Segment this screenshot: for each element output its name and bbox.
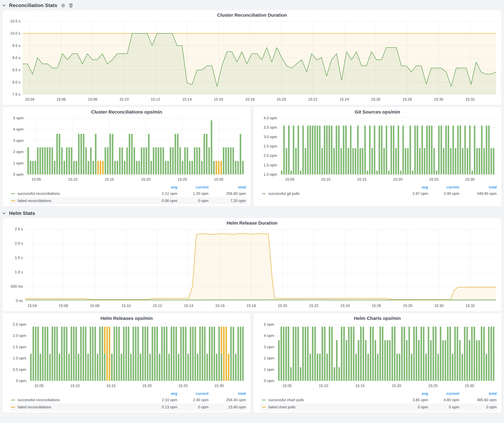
legend-series-swatch [262, 400, 266, 400]
cluster-reconciliations-chart[interactable]: 15:0515:1015:1515:2015:2515:300 opm1 opm… [5, 116, 248, 183]
svg-text:15:10: 15:10 [70, 384, 80, 388]
panel-title[interactable]: Cluster Reconciliations ops/min [5, 108, 248, 116]
panel-title[interactable]: Git Sources ops/min [256, 108, 499, 116]
legend-value: 3.85 opm [397, 398, 428, 402]
legend-sort-total[interactable]: total [459, 185, 497, 189]
legend-sort-current[interactable]: current [177, 391, 209, 396]
svg-text:4 opm: 4 opm [13, 127, 24, 131]
svg-text:9.5 s: 9.5 s [12, 43, 20, 48]
svg-text:15:20: 15:20 [141, 177, 150, 182]
legend-series-label[interactable]: failed chart pulls [268, 405, 397, 409]
svg-text:2.0 s: 2.0 s [15, 241, 23, 246]
svg-text:1 opm: 1 opm [13, 161, 24, 165]
legend-value: 2.87 opm [397, 191, 428, 196]
legend-sort-current[interactable]: current [428, 185, 459, 189]
section-header-helm-stats[interactable]: Helm Stats [0, 209, 504, 218]
helm-charts-chart[interactable]: 15:0515:1015:1515:2015:2515:300 opm1 opm… [256, 322, 498, 389]
dashboard-page: Reconciliation Stats [0, 0, 504, 423]
legend-series-swatch [262, 193, 266, 194]
legend-series-label[interactable]: successful git pulls [268, 191, 397, 196]
legend-sort-current[interactable]: current [177, 185, 209, 189]
section-title[interactable]: Helm Stats [9, 210, 35, 216]
legend-header: avgcurrenttotal [261, 184, 498, 190]
svg-text:15:14: 15:14 [182, 97, 192, 101]
svg-text:15:25: 15:25 [178, 177, 187, 182]
legend-sort-avg[interactable]: avg [146, 185, 177, 189]
legend-series-label[interactable]: successful reconciliations [18, 398, 146, 402]
legend-series-swatch [11, 407, 15, 408]
legend-value: 0.06 opm [146, 199, 177, 203]
git-sources-chart[interactable]: 15:0515:1015:1515:2015:2515:301.0 opm1.5… [256, 116, 498, 183]
helm-release-duration-chart[interactable]: 15:0415:0615:0815:1015:1215:1415:1615:18… [5, 227, 498, 309]
legend-value: 254.40 opm [209, 398, 246, 402]
legend-sort-current[interactable]: current [428, 391, 459, 396]
legend-sort-avg[interactable]: avg [146, 391, 177, 396]
svg-text:15:06: 15:06 [56, 97, 66, 101]
legend-value: 0 opm [459, 405, 497, 409]
legend-series-label[interactable]: failed reconciliations [18, 199, 146, 203]
svg-text:0 opm: 0 opm [264, 379, 274, 383]
svg-text:15:10: 15:10 [119, 97, 129, 101]
svg-text:15:25: 15:25 [429, 177, 438, 182]
svg-text:3 opm: 3 opm [264, 345, 274, 349]
svg-text:1.0 opm: 1.0 opm [264, 172, 277, 176]
svg-text:4 opm: 4 opm [264, 334, 274, 338]
legend-row: failed reconciliations0.06 opm0 opm7.20 … [10, 197, 247, 204]
section-title[interactable]: Reconciliation Stats [9, 2, 57, 8]
svg-text:15:30: 15:30 [465, 177, 474, 182]
legend-value: 256.80 opm [209, 191, 246, 196]
svg-text:1.5 opm: 1.5 opm [13, 345, 26, 349]
svg-text:2.0 opm: 2.0 opm [264, 153, 277, 158]
panel-title[interactable]: Helm Releases ops/min [5, 315, 248, 322]
svg-text:1 opm: 1 opm [264, 367, 274, 372]
legend-value: 0.13 opm [146, 405, 177, 409]
svg-text:15:20: 15:20 [393, 177, 402, 182]
panel-title[interactable]: Helm Release Duration [5, 219, 499, 227]
svg-text:2 opm: 2 opm [264, 356, 274, 360]
svg-text:15:04: 15:04 [25, 97, 34, 101]
row-helm-ops: Helm Releases ops/min 15:0515:1015:1515:… [0, 313, 504, 413]
svg-text:15:10: 15:10 [319, 384, 328, 388]
legend-sort-total[interactable]: total [209, 391, 246, 396]
legend-series-swatch [262, 407, 266, 408]
legend-sort-avg[interactable]: avg [397, 185, 428, 189]
chevron-down-icon[interactable] [2, 4, 6, 6]
row-reconciliations: Cluster Reconciliations ops/min 15:0515:… [0, 107, 504, 206]
svg-text:15:12: 15:12 [151, 97, 160, 101]
svg-text:9.0 s: 9.0 s [12, 56, 20, 60]
legend-series-swatch [11, 200, 15, 201]
chevron-down-icon[interactable] [2, 212, 6, 214]
trash-icon[interactable] [69, 3, 73, 8]
svg-text:15:05: 15:05 [32, 177, 41, 182]
row-helm-duration: Helm Release Duration 15:0415:0615:0815:… [0, 218, 504, 311]
legend: avgcurrenttotalsuccessful chart pulls3.8… [256, 390, 499, 411]
panel-title[interactable]: Helm Charts ops/min [256, 315, 499, 322]
gear-icon[interactable] [61, 3, 66, 8]
svg-text:15:10: 15:10 [321, 177, 330, 182]
legend-row: failed reconciliations0.13 opm0 opm15.60… [10, 404, 247, 411]
legend-header: avgcurrenttotal [261, 391, 498, 396]
legend: avgcurrenttotalsuccessful git pulls2.87 … [256, 183, 499, 198]
legend-sort-total[interactable]: total [459, 391, 497, 396]
svg-text:15:20: 15:20 [277, 97, 286, 101]
svg-text:15:22: 15:22 [308, 97, 318, 101]
section-header-reconciliation-stats[interactable]: Reconciliation Stats [0, 1, 504, 10]
helm-releases-chart[interactable]: 15:0515:1015:1515:2015:2515:300 opm0.5 o… [5, 322, 248, 389]
legend-series-label[interactable]: successful chart pulls [268, 398, 397, 402]
svg-text:15:10: 15:10 [121, 304, 131, 308]
legend-sort-total[interactable]: total [209, 185, 246, 189]
legend-value: 346.80 opm [459, 191, 497, 196]
svg-text:2.5 opm: 2.5 opm [13, 322, 26, 326]
panel-title[interactable]: Cluster Reconciliation Duration [5, 12, 499, 19]
legend-series-label[interactable]: failed reconciliations [18, 405, 146, 409]
legend-value: 2.12 opm [146, 191, 177, 196]
legend-value: 7.20 opm [209, 199, 246, 203]
svg-text:15:20: 15:20 [142, 384, 152, 388]
legend-row: successful reconciliations2.12 opm1.20 o… [10, 190, 247, 197]
legend-series-label[interactable]: successful reconciliations [18, 191, 146, 196]
svg-text:500 ms: 500 ms [11, 284, 23, 288]
legend-sort-avg[interactable]: avg [397, 391, 428, 396]
svg-text:15:22: 15:22 [309, 304, 318, 308]
cluster-reconciliation-duration-chart[interactable]: 15:0415:0615:0815:1015:1215:1415:1615:18… [5, 19, 498, 103]
svg-text:15:15: 15:15 [105, 177, 114, 182]
